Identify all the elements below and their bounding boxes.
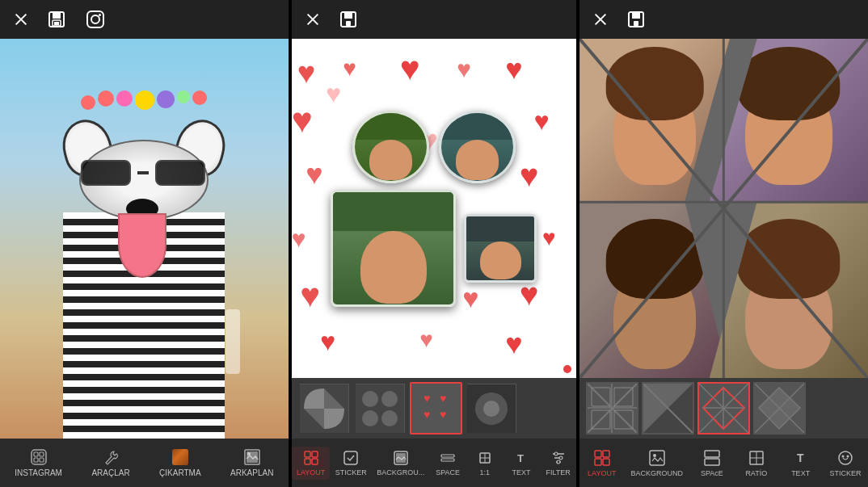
- panel-2-image: ♥ ♥ ♥ ♥ ♥ ♥ ♥ ♥ ♥ ♥ ♥ ♥ ♥ ♥ ♥ ♥ ♥ ♥ ♥ ♥ …: [292, 39, 577, 378]
- photo-collage-p2: [292, 39, 577, 378]
- svg-point-48: [554, 452, 558, 456]
- close-icon-3[interactable]: [592, 11, 609, 27]
- svg-rect-83: [595, 459, 601, 465]
- tab-instagram[interactable]: INSTAGRAM: [8, 445, 69, 481]
- instagram-icon[interactable]: [84, 8, 107, 31]
- svg-point-6: [99, 14, 101, 16]
- p3-tab-sticker-label: STICKER: [829, 469, 861, 477]
- thumb-1[interactable]: [298, 382, 351, 435]
- thumbnail-strip-3: [579, 378, 868, 439]
- panel-3-image: [579, 39, 868, 378]
- svg-rect-34: [305, 459, 310, 464]
- svg-point-93: [839, 451, 852, 464]
- svg-rect-17: [346, 21, 351, 26]
- svg-point-50: [557, 460, 560, 464]
- thumb-4[interactable]: [466, 382, 518, 435]
- svg-text:♥: ♥: [440, 408, 446, 421]
- svg-point-31: [483, 401, 499, 417]
- sticker-icon: [171, 448, 189, 466]
- svg-point-23: [381, 410, 398, 426]
- p3-tab-background-label: BACKGROUND: [631, 469, 684, 477]
- p2-tab-background[interactable]: BACKGROU...: [372, 447, 429, 480]
- svg-rect-85: [650, 451, 664, 465]
- p3-tab-text[interactable]: T TEXT: [781, 446, 821, 481]
- p3-thumb-4[interactable]: [753, 382, 806, 435]
- panel-2-header: [292, 0, 577, 39]
- svg-text:♥: ♥: [423, 392, 430, 405]
- p2-tab-filter[interactable]: FILTER: [540, 447, 576, 480]
- svg-point-14: [247, 452, 251, 456]
- svg-rect-36: [344, 451, 357, 464]
- text-tab-icon: T: [513, 450, 529, 466]
- p3-tab-background[interactable]: BACKGROUND: [626, 446, 689, 481]
- p2-tab-filter-label: FILTER: [546, 468, 570, 477]
- svg-text:♥: ♥: [440, 392, 446, 405]
- svg-rect-35: [312, 459, 318, 464]
- svg-point-22: [362, 410, 378, 426]
- tab-arkaplan-label: ARKAPLAN: [230, 468, 273, 477]
- svg-rect-16: [344, 12, 352, 19]
- tab-arkaplan[interactable]: ARKAPLAN: [224, 445, 280, 481]
- panel-1-tabs: INSTAGRAM ARAÇLAR ÇIKARTMA: [0, 439, 289, 487]
- space-p3-icon: [703, 449, 721, 467]
- svg-rect-10: [34, 458, 38, 462]
- tab-araclar[interactable]: ARAÇLAR: [85, 445, 136, 481]
- close-icon-2[interactable]: [305, 11, 321, 27]
- svg-point-94: [841, 455, 844, 457]
- p3-tab-sticker[interactable]: STICKER: [824, 446, 866, 481]
- panel-2-tabs: LAYOUT STICKER BACKGROU...: [292, 439, 577, 487]
- svg-rect-33: [312, 451, 318, 457]
- svg-rect-3: [54, 22, 59, 25]
- panel-3-header: [579, 0, 868, 39]
- layout-tab-icon: [593, 449, 611, 467]
- svg-rect-24: [411, 384, 460, 433]
- p3-tab-text-label: TEXT: [791, 469, 810, 477]
- svg-rect-53: [634, 21, 638, 26]
- svg-rect-32: [305, 451, 310, 457]
- p2-tab-sticker-label: STICKER: [335, 468, 367, 477]
- layout-icon: [303, 450, 319, 466]
- panel-3-tabs: LAYOUT BACKGROUND SPAcE: [579, 439, 868, 487]
- svg-point-20: [362, 391, 378, 407]
- svg-rect-9: [40, 452, 44, 456]
- ratio-tab-icon: [477, 450, 493, 466]
- p3-thumb-1[interactable]: [586, 382, 638, 435]
- p3-tab-space[interactable]: SPAcE: [692, 446, 732, 481]
- background-tab-icon: [393, 450, 409, 466]
- svg-rect-39: [441, 455, 454, 457]
- p2-tab-sticker[interactable]: STICKER: [331, 447, 372, 480]
- svg-point-21: [381, 391, 398, 407]
- panel-3: LAYOUT BACKGROUND SPAcE: [579, 0, 868, 487]
- thumbnail-strip-2: ♥ ♥ ♥ ♥: [292, 378, 577, 439]
- panel-1-header: [0, 0, 289, 39]
- svg-text:♥: ♥: [423, 408, 430, 421]
- p3-tab-ratio-label: RATİO: [745, 469, 767, 477]
- svg-rect-52: [632, 12, 640, 19]
- p2-tab-space[interactable]: SPACE: [430, 447, 466, 480]
- svg-rect-84: [603, 459, 609, 465]
- save-icon-3[interactable]: [625, 8, 647, 31]
- svg-rect-19: [356, 384, 404, 433]
- close-icon[interactable]: [13, 11, 29, 27]
- svg-rect-7: [32, 450, 46, 464]
- save-icon-2[interactable]: [337, 8, 360, 31]
- p2-tab-ratio[interactable]: 1:1: [466, 447, 503, 480]
- thumb-2[interactable]: [354, 382, 407, 435]
- background-p3-icon: [648, 449, 666, 467]
- background-icon: [243, 448, 261, 466]
- p2-tab-background-label: BACKGROU...: [377, 468, 424, 477]
- p2-tab-text[interactable]: T TEXT: [504, 447, 540, 480]
- p3-tab-layout[interactable]: LAYOUT: [582, 446, 622, 481]
- ratio-p3-icon: [748, 449, 765, 467]
- p3-thumb-2[interactable]: [642, 382, 694, 435]
- svg-point-49: [559, 456, 563, 460]
- p3-thumb-3[interactable]: [697, 382, 750, 435]
- svg-point-5: [91, 15, 99, 23]
- tab-cikartma[interactable]: ÇIKARTMA: [153, 445, 208, 481]
- space-tab-icon: [440, 450, 456, 466]
- p3-tab-ratio[interactable]: RATİO: [736, 446, 777, 481]
- p3-tab-layout-label: LAYOUT: [588, 469, 616, 477]
- save-icon[interactable]: [45, 8, 68, 31]
- p2-tab-layout[interactable]: LAYOUT: [292, 447, 330, 480]
- thumb-3[interactable]: ♥ ♥ ♥ ♥: [410, 382, 462, 435]
